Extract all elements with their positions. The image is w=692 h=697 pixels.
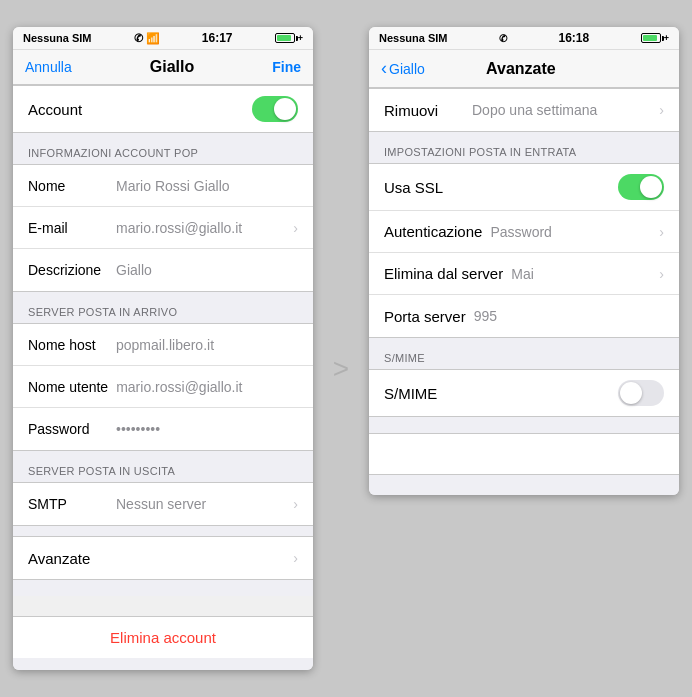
bottom-spacer <box>369 475 679 495</box>
transition-arrow: > <box>323 353 359 385</box>
rimuovi-group: Rimuovi Dopo una settimana › <box>369 88 679 132</box>
spacer-1 <box>13 526 313 536</box>
porta-label: Porta server <box>384 308 466 325</box>
nomehost-label: Nome host <box>28 337 108 353</box>
wifi-icon-1: ✆ 📶 <box>134 32 160 45</box>
account-section: Account <box>13 85 313 133</box>
nomeutente-label: Nome utente <box>28 379 108 395</box>
nav-title-2: Avanzate <box>486 60 556 78</box>
smtp-chevron: › <box>293 496 298 512</box>
password-value: ••••••••• <box>108 421 298 437</box>
smime-row: S/MIME <box>369 370 679 416</box>
battery-icon-2 <box>641 33 661 43</box>
battery-area-2: + <box>641 33 669 43</box>
status-bar-2: Nessuna SIM ✆ 16:18 + <box>369 27 679 50</box>
arrivo-group: Nome host popmail.libero.it Nome utente … <box>13 323 313 451</box>
account-toggle[interactable] <box>252 96 298 122</box>
autenticazione-value: Password <box>482 224 653 240</box>
elimina-label: Elimina dal server <box>384 265 503 282</box>
rimuovi-chevron: › <box>659 102 664 118</box>
nav-bar-2: ‹ Giallo Avanzate <box>369 50 679 88</box>
phone-1: Nessuna SIM ✆ 📶 16:17 + Annulla Giallo F… <box>13 27 313 670</box>
nomeutente-value: mario.rossi@giallo.it <box>108 379 298 395</box>
porta-row[interactable]: Porta server 995 <box>369 295 679 337</box>
carrier-1: Nessuna SIM <box>23 32 91 44</box>
nav-title-1: Giallo <box>150 58 194 76</box>
usassl-row: Usa SSL <box>369 164 679 211</box>
autenticazione-label: Autenticazione <box>384 223 482 240</box>
avanzate-label: Avanzate <box>28 550 108 567</box>
descrizione-label: Descrizione <box>28 262 108 278</box>
info-group: Nome Mario Rossi Giallo E-mail mario.ros… <box>13 164 313 292</box>
avanzate-group: Avanzate › <box>13 536 313 580</box>
carrier-2: Nessuna SIM <box>379 32 447 44</box>
email-label: E-mail <box>28 220 108 236</box>
nav-bar-1: Annulla Giallo Fine <box>13 50 313 85</box>
phone-2: Nessuna SIM ✆ 16:18 + ‹ Giallo Avanzate … <box>369 27 679 495</box>
smime-label: S/MIME <box>384 385 464 402</box>
password-label: Password <box>28 421 108 437</box>
porta-value: 995 <box>466 308 664 324</box>
email-row[interactable]: E-mail mario.rossi@giallo.it › <box>13 207 313 249</box>
confirm-button[interactable]: Fine <box>272 59 301 75</box>
battery-area-1: + <box>275 33 303 43</box>
descrizione-row[interactable]: Descrizione Giallo <box>13 249 313 291</box>
uscita-group: SMTP Nessun server › <box>13 482 313 526</box>
account-label: Account <box>28 101 108 118</box>
rimuovi-label: Rimuovi <box>384 102 464 119</box>
smtp-row[interactable]: SMTP Nessun server › <box>13 483 313 525</box>
nome-value: Mario Rossi Giallo <box>108 178 298 194</box>
delete-row[interactable]: Elimina account <box>13 616 313 658</box>
rimuovi-value: Dopo una settimana <box>464 102 653 118</box>
cancel-button[interactable]: Annulla <box>25 59 72 75</box>
nome-label: Nome <box>28 178 108 194</box>
usassl-label: Usa SSL <box>384 179 464 196</box>
elimina-value: Mai <box>503 266 653 282</box>
nome-row[interactable]: Nome Mario Rossi Giallo <box>13 165 313 207</box>
spacer-3 <box>13 658 313 670</box>
email-value: mario.rossi@giallo.it <box>108 220 287 236</box>
account-row: Account <box>13 86 313 132</box>
section-header-smime: S/MIME <box>369 338 679 369</box>
extra-group <box>369 433 679 475</box>
back-button[interactable]: ‹ Giallo <box>381 58 425 79</box>
rimuovi-row[interactable]: Rimuovi Dopo una settimana › <box>369 89 679 131</box>
section-header-entrata: IMPOSTAZIONI POSTA IN ENTRATA <box>369 132 679 163</box>
section-header-uscita: SERVER POSTA IN USCITA <box>13 451 313 482</box>
smtp-value: Nessun server <box>108 496 287 512</box>
avanzate-chevron: › <box>293 550 298 566</box>
spacer-p2 <box>369 417 679 433</box>
smime-group: S/MIME <box>369 369 679 417</box>
wifi-icon-2: ✆ <box>499 33 507 44</box>
smtp-label: SMTP <box>28 496 108 512</box>
nomeutente-row[interactable]: Nome utente mario.rossi@giallo.it <box>13 366 313 408</box>
spacer-2 <box>13 580 313 596</box>
battery-icon-1 <box>275 33 295 43</box>
section-header-info: INFORMAZIONI ACCOUNT POP <box>13 133 313 164</box>
time-2: 16:18 <box>559 31 590 45</box>
autenticazione-chevron: › <box>659 224 664 240</box>
elimina-row[interactable]: Elimina dal server Mai › <box>369 253 679 295</box>
elimina-chevron: › <box>659 266 664 282</box>
smime-toggle[interactable] <box>618 380 664 406</box>
nomehost-row[interactable]: Nome host popmail.libero.it <box>13 324 313 366</box>
back-label: Giallo <box>389 61 425 77</box>
usassl-toggle[interactable] <box>618 174 664 200</box>
autenticazione-row[interactable]: Autenticazione Password › <box>369 211 679 253</box>
section-header-arrivo: SERVER POSTA IN ARRIVO <box>13 292 313 323</box>
entrata-group: Usa SSL Autenticazione Password › Elimin… <box>369 163 679 338</box>
back-arrow-icon: ‹ <box>381 58 387 79</box>
delete-label: Elimina account <box>110 629 216 646</box>
avanzate-row[interactable]: Avanzate › <box>13 537 313 579</box>
status-bar-1: Nessuna SIM ✆ 📶 16:17 + <box>13 27 313 50</box>
password-row[interactable]: Password ••••••••• <box>13 408 313 450</box>
nomehost-value: popmail.libero.it <box>108 337 298 353</box>
time-1: 16:17 <box>202 31 233 45</box>
descrizione-value: Giallo <box>108 262 298 278</box>
email-chevron: › <box>293 220 298 236</box>
